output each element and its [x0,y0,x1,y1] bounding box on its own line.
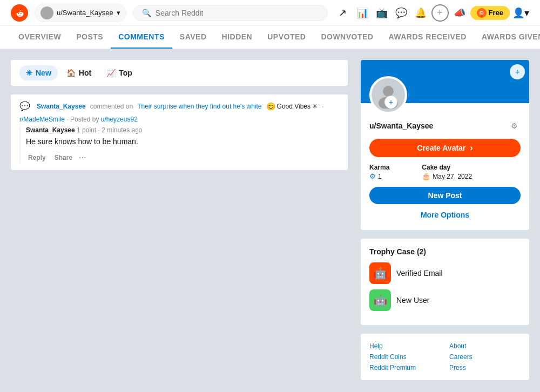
award-label: Good Vibes [277,103,311,110]
tab-awards-received[interactable]: AWARDS RECEIVED [381,26,474,49]
reddit-logo-icon[interactable] [11,4,28,22]
verified-email-label: Verified Email [396,269,443,278]
chat-icon[interactable]: 💬 [393,4,410,22]
more-actions-button[interactable]: ··· [79,153,86,163]
c-icon: © [477,8,487,18]
sort-new-button[interactable]: ✳ New [19,65,58,80]
sort-top-label: Top [119,69,132,77]
tab-comments[interactable]: COMMENTS [111,26,172,49]
settings-gear-button[interactable]: ⚙ [508,119,521,132]
bubble-icon: 💬 [19,101,30,111]
sort-top-button[interactable]: 📈 Top [100,65,139,80]
bell-icon[interactable]: 🔔 [412,4,429,22]
sort-bar: ✳ New 🏠 Hot 📈 Top [11,60,348,86]
search-input[interactable] [156,9,319,17]
share-button[interactable]: Share [52,152,75,164]
profile-card: + + u/Swanta_Kaysee ⚙ Create Avatar › Ka… [361,60,529,230]
free-label: Free [489,9,503,17]
plus-button[interactable]: + [431,4,449,22]
top-sort-icon: 📈 [106,69,116,77]
comment-points: 1 point [77,126,96,134]
karma-number: 1 [378,173,382,180]
footer-link-about[interactable]: About [449,342,521,350]
trophy-title: Trophy Case (2) [369,247,521,256]
reply-button[interactable]: Reply [26,152,48,164]
arrow-circle-icon[interactable]: ↗ [334,4,352,22]
right-panel: + + u/Swanta_Kaysee ⚙ Create Avatar › Ka… [361,60,529,380]
cakeday-value: 🎂 May 27, 2022 [422,172,472,180]
cakeday-item: Cake day 🎂 May 27, 2022 [422,164,472,180]
trophy-item-verified: 🤖 Verified Email [369,262,521,284]
user-menu-icon[interactable]: 👤▾ [512,4,529,22]
chevron-down-icon: ▾ [117,9,120,17]
tab-overview[interactable]: OVERVIEW [11,26,69,49]
verified-email-trophy-icon: 🤖 [369,262,391,284]
sort-hot-label: Hot [79,69,91,77]
commenter-username[interactable]: Swanta_Kaysee [37,103,86,110]
footer-link-careers[interactable]: Careers [449,353,521,361]
tab-saved[interactable]: SAVED [172,26,214,49]
user-avatar-small [40,6,53,19]
nav-icons: ↗ 📊 📺 💬 🔔 + 📣 © Free 👤▾ [334,4,529,22]
trophy-item-newuser: 🤖 New User [369,289,521,311]
tab-posts[interactable]: POSTS [69,26,111,49]
new-post-button[interactable]: New Post [369,187,521,204]
comment-divider: Swanta_Kaysee 1 point · 2 minutes ago He… [19,126,339,164]
comment-author[interactable]: Swanta_Kaysee [26,126,75,134]
hot-sort-icon: 🏠 [66,69,76,77]
main-layout: ✳ New 🏠 Hot 📈 Top 💬 Swanta_Kaysee commen… [0,49,540,391]
comment-text: He sure knows how to be human. [26,136,339,147]
comment-card: 💬 Swanta_Kaysee commented on Their surpr… [11,94,348,170]
free-button[interactable]: © Free [470,6,510,20]
create-avatar-label: Create Avatar [417,144,465,152]
comment-author-line: Swanta_Kaysee 1 point · 2 minutes ago [26,126,339,134]
add-banner-button[interactable]: + [510,64,525,79]
footer-link-coins[interactable]: Reddit Coins [369,353,441,361]
profile-banner: + + [361,60,529,103]
user-account-pill[interactable]: u/Swanta_Kaysee ▾ [35,4,126,22]
trophy-card: Trophy Case (2) 🤖 Verified Email 🤖 New U… [361,239,529,325]
tab-hidden[interactable]: HIDDEN [214,26,260,49]
tab-awards-given[interactable]: AWARDS GIVEN [474,26,540,49]
chevron-right-icon: › [470,143,473,153]
footer-links: Help About Reddit Coins Careers Reddit P… [369,342,521,371]
megaphone-icon[interactable]: 📣 [451,4,468,22]
comment-subreddit-line: r/MadeMeSmile · Posted by u/heyzeus92 [19,116,339,123]
profile-subnav: OVERVIEW POSTS COMMENTS SAVED HIDDEN UPV… [0,26,540,49]
cake-icon: 🎂 [422,172,430,180]
footer-links-card: Help About Reddit Coins Careers Reddit P… [361,334,529,380]
search-bar[interactable]: 🔍 [133,5,328,21]
search-icon: 🔍 [142,9,151,17]
comment-meta-top: 💬 Swanta_Kaysee commented on Their surpr… [19,101,339,111]
karma-icon: ⚙ [369,172,376,180]
tab-downvoted[interactable]: DOWNVOTED [313,26,381,49]
karma-row: Karma ⚙ 1 Cake day 🎂 May 27, 2022 [369,164,521,180]
karma-label: Karma [369,164,389,171]
award-icon: 😊 [266,102,275,111]
profile-name-row: u/Swanta_Kaysee ⚙ [369,119,521,132]
footer-link-help[interactable]: Help [369,342,441,350]
footer-link-press[interactable]: Press [449,364,521,371]
more-options-button[interactable]: More Options [369,208,521,221]
video-icon[interactable]: 📺 [373,4,390,22]
svg-point-1 [383,86,394,97]
new-sort-icon: ✳ [26,69,32,77]
cakeday-date: May 27, 2022 [433,173,472,180]
commented-on-text: commented on [90,103,133,110]
add-photo-button[interactable]: + [384,96,397,109]
new-user-label: New User [396,296,429,305]
profile-avatar [369,76,407,114]
sort-hot-button[interactable]: 🏠 Hot [60,65,98,80]
new-user-trophy-icon: 🤖 [369,289,391,311]
post-title-link[interactable]: Their surprise when they find out he's w… [137,103,261,110]
profile-username: u/Swanta_Kaysee [369,121,433,130]
subreddit-link[interactable]: r/MadeMeSmile [19,116,65,123]
tab-upvoted[interactable]: UPVOTED [260,26,313,49]
create-avatar-button[interactable]: Create Avatar › [369,139,521,157]
karma-item: Karma ⚙ 1 [369,164,389,180]
poster-link[interactable]: u/heyzeus92 [101,116,138,123]
cakeday-label: Cake day [422,164,472,171]
chart-icon[interactable]: 📊 [354,4,371,22]
posted-by-text: Posted by [70,116,99,123]
footer-link-premium[interactable]: Reddit Premium [369,364,441,371]
